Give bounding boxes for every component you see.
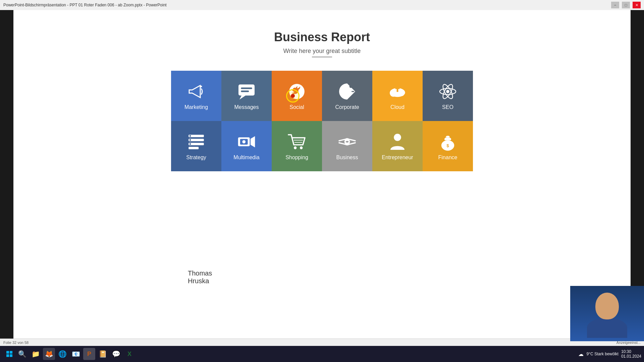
slide-counter: Folie 32 von 58 — [3, 341, 616, 345]
svg-point-6 — [350, 85, 352, 88]
subtitle-underline — [312, 57, 332, 57]
windows-icon — [6, 351, 13, 357]
grid-cell-finance[interactable]: $ Finance — [423, 121, 473, 171]
taskbar-tray: ☁ 9°C Stark bewölkt 10:3001.01.2024 — [578, 349, 641, 359]
svg-rect-3 — [241, 87, 252, 89]
window-controls: − □ ✕ — [611, 2, 641, 8]
taskbar-app-excel[interactable]: X — [123, 348, 136, 360]
taskbar-apps: 🔍 📁 🦊 🌐 📧 P 📔 💬 X — [16, 348, 578, 360]
svg-point-8 — [390, 89, 397, 97]
multimedia-label: Multimedia — [233, 155, 259, 161]
taskbar-app-files[interactable]: 📁 — [30, 348, 42, 360]
seo-label: SEO — [442, 104, 453, 110]
powerpoint-statusbar: Folie 32 von 58 Anzeigeeinst... — [0, 339, 644, 346]
weather-text: 9°C Stark bewölkt — [586, 352, 619, 356]
cursor-dot — [291, 94, 295, 98]
svg-point-9 — [398, 90, 405, 96]
marketing-icon — [186, 81, 206, 102]
strategy-label: Strategy — [186, 155, 206, 161]
svg-rect-37 — [10, 354, 12, 357]
svg-point-19 — [190, 135, 191, 137]
cursor-indicator — [286, 89, 300, 103]
weather-icon: ☁ — [578, 351, 584, 357]
grid-cell-strategy[interactable]: Strategy — [171, 121, 221, 171]
grid-cell-marketing[interactable]: Marketing — [171, 71, 221, 121]
grid-cell-shopping[interactable]: Shopping — [272, 121, 322, 171]
person-body — [587, 318, 627, 338]
svg-point-20 — [190, 139, 191, 141]
grid-cell-entrepreneur[interactable]: Entrepreneur — [372, 121, 423, 171]
svg-marker-23 — [251, 136, 255, 147]
grid-cell-messages[interactable]: Messages — [221, 71, 272, 121]
cloud-icon — [387, 81, 408, 102]
grid-cell-cloud[interactable]: Cloud — [372, 71, 423, 121]
social-label: Social — [289, 104, 304, 110]
webcam-overlay — [570, 286, 644, 341]
shopping-icon — [287, 132, 307, 152]
svg-point-25 — [242, 140, 246, 143]
svg-rect-1 — [238, 84, 255, 96]
grid-cell-seo[interactable]: SEO — [423, 71, 473, 121]
svg-rect-36 — [6, 354, 9, 357]
taskbar-app-powerpoint[interactable]: P — [83, 348, 95, 360]
messages-icon — [236, 81, 257, 102]
finance-icon: $ — [438, 132, 458, 152]
shopping-label: Shopping — [285, 155, 308, 161]
entrepreneur-icon — [387, 132, 408, 152]
corporate-icon — [337, 81, 357, 102]
taskbar-app-onenote[interactable]: 📔 — [97, 348, 109, 360]
webcam-person — [570, 286, 644, 341]
taskbar-app-search[interactable]: 🔍 — [16, 348, 28, 360]
slide-area: Business Report Write here your great su… — [13, 10, 631, 342]
svg-point-26 — [294, 146, 297, 149]
taskbar-app-firefox[interactable]: 🦊 — [43, 348, 55, 360]
business-label: Business — [336, 155, 358, 161]
svg-marker-2 — [239, 96, 246, 100]
restore-button[interactable]: □ — [622, 2, 630, 8]
svg-rect-35 — [10, 351, 12, 354]
business-icon — [337, 132, 357, 152]
grid-cell-social[interactable]: Social — [272, 71, 322, 121]
seo-icon — [438, 81, 458, 102]
multimedia-icon — [236, 132, 257, 152]
slide-title: Business Report — [274, 30, 370, 44]
minimize-button[interactable]: − — [611, 2, 619, 8]
start-button[interactable] — [3, 347, 16, 361]
svg-point-21 — [190, 143, 191, 145]
title-bar: PowerPoint-Bildschirmpräsentation - PPT … — [0, 0, 644, 10]
svg-rect-34 — [6, 351, 9, 354]
taskbar-app-outlook[interactable]: 📧 — [70, 348, 82, 360]
presenter-name: Thomas Hruska — [188, 269, 212, 285]
svg-point-31 — [394, 134, 401, 141]
taskbar: 🔍 📁 🦊 🌐 📧 P 📔 💬 X ☁ 9°C Stark bewölkt 10… — [0, 346, 644, 362]
grid-cell-business[interactable]: Business — [322, 121, 372, 171]
entrepreneur-label: Entrepreneur — [382, 155, 413, 161]
svg-text:$: $ — [446, 143, 449, 148]
messages-label: Messages — [234, 104, 259, 110]
svg-rect-18 — [189, 147, 199, 149]
taskbar-app-teams[interactable]: 💬 — [110, 348, 122, 360]
grid-cell-multimedia[interactable]: Multimedia — [221, 121, 272, 171]
close-button[interactable]: ✕ — [633, 2, 641, 8]
clock: 10:3001.01.2024 — [621, 349, 641, 359]
cloud-label: Cloud — [390, 104, 405, 110]
svg-point-0 — [201, 86, 202, 87]
grid-cell-corporate[interactable]: Corporate — [322, 71, 372, 121]
marketing-label: Marketing — [184, 104, 208, 110]
strategy-icon — [186, 132, 206, 152]
person-head — [595, 293, 619, 319]
svg-point-11 — [446, 90, 449, 93]
corporate-label: Corporate — [335, 104, 359, 110]
taskbar-app-chrome[interactable]: 🌐 — [56, 348, 68, 360]
icon-grid: Marketing Messages Social — [171, 71, 473, 171]
person-figure — [587, 289, 627, 338]
svg-rect-4 — [241, 90, 249, 92]
finance-label: Finance — [438, 155, 458, 161]
svg-point-27 — [300, 146, 303, 149]
slide-subtitle: Write here your great subtitle — [283, 48, 361, 55]
window-title: PowerPoint-Bildschirmpräsentation - PPT … — [3, 3, 611, 7]
